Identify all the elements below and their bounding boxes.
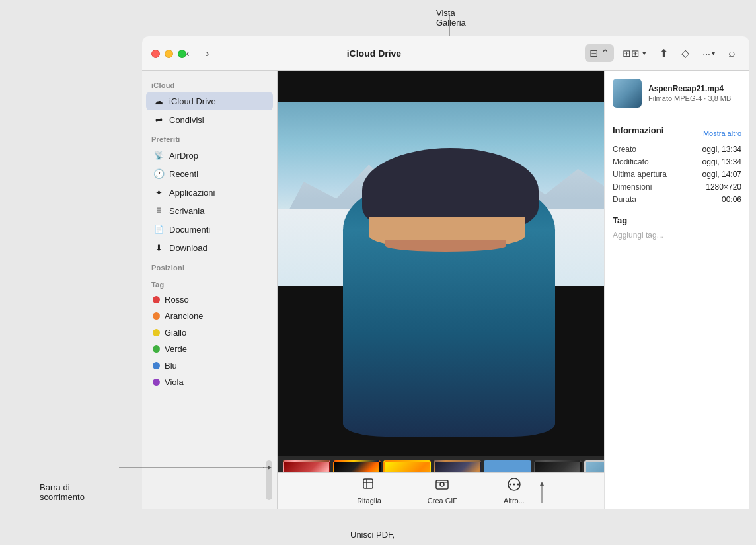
grid-view-button[interactable]: ⊞⊞ ▾ xyxy=(618,45,651,62)
sidebar-item-airdrop-label: AirDrop xyxy=(169,151,198,161)
sidebar-item-blu[interactable]: Blu xyxy=(146,357,273,374)
file-name: AspenRecap21.mp4 xyxy=(648,84,731,93)
vista-galleria-label: Vista Galleria xyxy=(436,8,466,28)
barra-scorrimento-label: Barra di scorrimento xyxy=(40,482,85,502)
sidebar-item-giallo-label: Giallo xyxy=(165,328,186,338)
info-row-creato: Creato oggi, 13:34 xyxy=(613,145,741,154)
altro-button[interactable]: Altro... xyxy=(497,474,531,507)
icloud-drive-icon: ☁ xyxy=(153,95,165,107)
more-button[interactable]: ··· ▾ xyxy=(698,46,720,61)
sidebar-item-condivisi[interactable]: ⇌ Condivisi xyxy=(146,110,273,129)
svg-point-4 xyxy=(513,484,515,486)
scrollbar-indicator[interactable] xyxy=(266,460,272,500)
minimize-button[interactable] xyxy=(165,50,173,58)
crea-gif-button[interactable]: Crea GIF xyxy=(421,474,464,507)
search-button[interactable]: ⌕ xyxy=(724,44,740,63)
creato-value: oggi, 13:34 xyxy=(702,145,741,154)
tag-section-title: Tag xyxy=(613,215,741,225)
sidebar-item-blu-label: Blu xyxy=(165,361,177,371)
sidebar-section-tag: Tag xyxy=(142,274,277,291)
sidebar-section-posizioni: Posizioni xyxy=(142,257,277,274)
bottom-desc-label: Unisci PDF, taglia file audio evideo e a… xyxy=(350,528,397,545)
sidebar-item-arancione-label: Arancione xyxy=(165,311,204,321)
maximize-button[interactable] xyxy=(178,50,186,58)
scrivania-icon: 🖥 xyxy=(153,205,165,217)
svg-rect-1 xyxy=(436,480,448,489)
tag-section: Tag Aggiungi tag... xyxy=(613,215,741,240)
sidebar-section-preferiti: Preferiti xyxy=(142,129,277,146)
info-row-dimensioni: Dimensioni 1280×720 xyxy=(613,182,741,192)
airdrop-icon: 📡 xyxy=(153,149,165,161)
condivisi-icon: ⇌ xyxy=(153,114,165,126)
recenti-icon: 🕐 xyxy=(153,168,165,180)
sidebar-panel: iCloud ☁ iCloud Drive ⇌ Condivisi Prefer… xyxy=(142,71,278,509)
durata-value: 00:06 xyxy=(722,195,741,204)
sidebar-item-recenti[interactable]: 🕐 Recenti xyxy=(146,164,273,183)
sidebar-item-viola[interactable]: Viola xyxy=(146,374,273,390)
titlebar: ‹ › iCloud Drive ⊟ ⌃ ⊞⊞ ▾ ⬆ ◇ ··· ▾ ⌕ xyxy=(142,36,749,71)
svg-point-3 xyxy=(509,484,511,486)
sidebar-item-condivisi-label: Condivisi xyxy=(169,115,204,125)
info-row-ultima-apertura: Ultima apertura oggi, 14:07 xyxy=(613,170,741,179)
tag-add-placeholder[interactable]: Aggiungi tag... xyxy=(613,231,741,240)
close-button[interactable] xyxy=(151,50,160,58)
share-button[interactable]: ⬆ xyxy=(655,44,673,62)
ultima-apertura-value: oggi, 14:07 xyxy=(702,170,741,179)
sidebar-item-arancione[interactable]: Arancione xyxy=(146,308,273,324)
sidebar-item-airdrop[interactable]: 📡 AirDrop xyxy=(146,146,273,164)
sidebar-item-download[interactable]: ⬇ Download xyxy=(146,238,273,257)
mostra-altro-button[interactable]: Mostra altro xyxy=(703,129,741,137)
bottom-action-bar: Ritaglia Crea GIF Altro... xyxy=(278,472,604,509)
ritaglia-icon xyxy=(361,477,376,495)
tag-button[interactable]: ◇ xyxy=(677,44,694,62)
sidebar-item-icloud-drive[interactable]: ☁ iCloud Drive xyxy=(146,92,273,110)
sidebar-item-recenti-label: Recenti xyxy=(169,169,198,179)
sidebar-section-icloud: iCloud xyxy=(142,75,277,92)
window-title: iCloud Drive xyxy=(163,48,585,59)
download-icon: ⬇ xyxy=(153,242,165,254)
crea-gif-label: Crea GIF xyxy=(428,497,457,505)
ultima-apertura-label: Ultima apertura xyxy=(613,170,667,179)
svg-point-5 xyxy=(517,484,519,486)
file-info-text: AspenRecap21.mp4 Filmato MPEG-4 · 3,8 MB xyxy=(648,84,731,102)
dimensioni-label: Dimensioni xyxy=(613,182,652,192)
sidebar-item-documenti[interactable]: 📄 Documenti xyxy=(146,220,273,238)
giallo-dot xyxy=(153,329,160,336)
file-header: AspenRecap21.mp4 Filmato MPEG-4 · 3,8 MB xyxy=(613,79,741,116)
info-section-title: Informazioni xyxy=(613,126,663,135)
modificato-label: Modificato xyxy=(613,157,649,166)
sidebar-item-documenti-label: Documenti xyxy=(169,225,210,235)
sidebar-item-scrivania[interactable]: 🖥 Scrivania xyxy=(146,201,273,220)
file-icon xyxy=(613,79,642,108)
info-panel: AspenRecap21.mp4 Filmato MPEG-4 · 3,8 MB… xyxy=(604,71,749,509)
crea-gif-icon xyxy=(435,477,449,495)
documenti-icon: 📄 xyxy=(153,223,165,235)
file-subtitle: Filmato MPEG-4 · 3,8 MB xyxy=(648,94,731,102)
gallery-view-button[interactable]: ⊟ ⌃ xyxy=(585,44,614,62)
sidebar-item-verde[interactable]: Verde xyxy=(146,341,273,357)
altro-label: Altro... xyxy=(504,497,525,505)
arancione-dot xyxy=(153,312,160,320)
info-section-header: Informazioni Mostra altro xyxy=(613,126,741,141)
sidebar-item-applicazioni[interactable]: ✦ Applicazioni xyxy=(146,183,273,201)
sidebar-item-verde-label: Verde xyxy=(165,344,187,354)
viola-dot xyxy=(153,379,160,386)
sidebar-item-giallo[interactable]: Giallo xyxy=(146,324,273,341)
toolbar-right: ⊟ ⌃ ⊞⊞ ▾ ⬆ ◇ ··· ▾ ⌕ xyxy=(585,44,749,63)
sidebar-item-viola-label: Viola xyxy=(165,377,184,387)
traffic-lights xyxy=(142,36,186,71)
gallery-area xyxy=(278,71,604,456)
rosso-dot xyxy=(153,296,160,303)
ritaglia-button[interactable]: Ritaglia xyxy=(350,474,388,507)
verde-dot xyxy=(153,345,160,353)
info-row-durata: Durata 00:06 xyxy=(613,195,741,204)
info-row-modificato: Modificato oggi, 13:34 xyxy=(613,157,741,166)
sidebar-item-rosso[interactable]: Rosso xyxy=(146,291,273,308)
svg-point-2 xyxy=(440,482,444,486)
creato-label: Creato xyxy=(613,145,636,154)
blu-dot xyxy=(153,362,160,369)
sidebar-item-download-label: Download xyxy=(169,243,208,253)
sidebar-item-icloud-drive-label: iCloud Drive xyxy=(169,96,216,106)
sidebar-item-rosso-label: Rosso xyxy=(165,295,189,305)
altro-icon xyxy=(507,477,521,495)
